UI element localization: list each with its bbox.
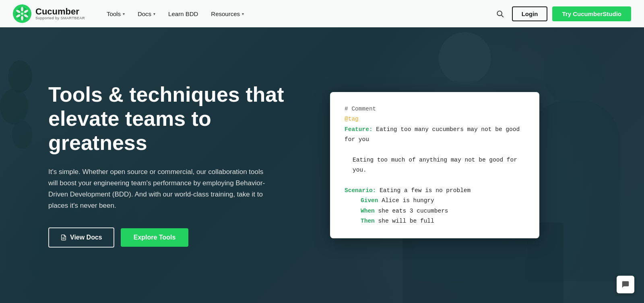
chevron-down-icon: ▾ bbox=[123, 12, 125, 16]
login-button[interactable]: Login bbox=[512, 6, 548, 21]
try-cucumberstudio-button[interactable]: Try CucumberStudio bbox=[552, 6, 631, 21]
hero-buttons: View Docs Explore Tools bbox=[48, 227, 298, 248]
logo-link[interactable]: Cucumber Supported by SMARTBEAR bbox=[13, 4, 85, 23]
view-docs-button[interactable]: View Docs bbox=[48, 227, 114, 248]
nav-item-tools[interactable]: Tools ▾ bbox=[101, 7, 130, 20]
hero-title: Tools & techniques that elevate teams to… bbox=[48, 83, 298, 155]
svg-line-11 bbox=[502, 15, 503, 17]
hero-section: Tools & techniques that elevate teams to… bbox=[0, 0, 644, 303]
nav-item-resources[interactable]: Resources ▾ bbox=[205, 7, 250, 20]
hero-left-panel: Tools & techniques that elevate teams to… bbox=[48, 83, 298, 248]
explore-tools-button[interactable]: Explore Tools bbox=[121, 228, 189, 247]
logo-name: Cucumber bbox=[35, 7, 85, 16]
chevron-down-icon: ▾ bbox=[153, 12, 155, 16]
svg-point-10 bbox=[497, 11, 502, 16]
nav-item-learn-bdd[interactable]: Learn BDD bbox=[163, 7, 204, 20]
code-line-then: Then she will be full bbox=[345, 216, 525, 226]
code-line-blank1 bbox=[345, 145, 525, 155]
code-line-given: Given Alice is hungry bbox=[345, 196, 525, 206]
chevron-down-icon: ▾ bbox=[242, 12, 244, 16]
code-line-scenario: Scenario: Eating a few is no problem bbox=[345, 186, 525, 196]
hero-right-panel: # Comment @tag Feature: Eating too many … bbox=[330, 92, 539, 239]
code-line-blank2 bbox=[345, 175, 525, 185]
chat-icon bbox=[621, 280, 630, 289]
logo-sub: Supported by SMARTBEAR bbox=[35, 16, 85, 20]
hero-content: Tools & techniques that elevate teams to… bbox=[0, 27, 644, 303]
svg-point-9 bbox=[21, 12, 23, 15]
search-button[interactable] bbox=[493, 6, 507, 21]
chat-button[interactable] bbox=[617, 276, 634, 293]
hero-description: It's simple. Whether open source or comm… bbox=[48, 166, 274, 211]
code-line-comment: # Comment bbox=[345, 104, 525, 114]
cucumber-logo-icon bbox=[13, 4, 31, 23]
navbar: Cucumber Supported by SMARTBEAR Tools ▾ … bbox=[0, 0, 644, 27]
code-line-tag: @tag bbox=[345, 114, 525, 124]
nav-right: Login Try CucumberStudio bbox=[493, 6, 631, 21]
svg-point-5 bbox=[21, 16, 23, 20]
nav-links: Tools ▾ Docs ▾ Learn BDD Resources ▾ bbox=[101, 7, 493, 20]
search-icon bbox=[496, 10, 504, 18]
nav-item-docs[interactable]: Docs ▾ bbox=[132, 7, 161, 20]
code-card: # Comment @tag Feature: Eating too many … bbox=[330, 92, 539, 239]
code-line-desc: Eating too much of anything may not be g… bbox=[345, 155, 525, 176]
code-line-feature: Feature: Eating too many cucumbers may n… bbox=[345, 125, 525, 145]
doc-icon bbox=[60, 234, 67, 241]
code-line-when: When she eats 3 cucumbers bbox=[345, 206, 525, 216]
svg-point-2 bbox=[21, 7, 23, 12]
